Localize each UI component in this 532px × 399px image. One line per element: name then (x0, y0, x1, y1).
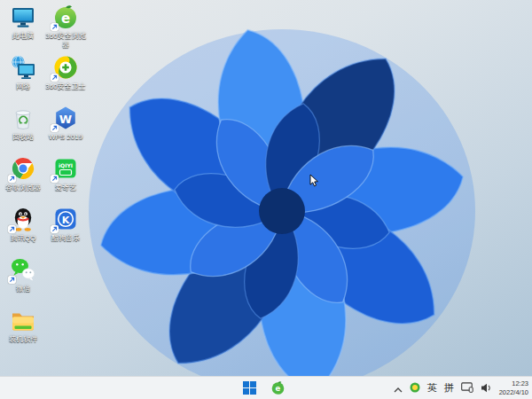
monitor-phone-icon (461, 382, 473, 393)
desktop-icon-label: WPS 2019 (49, 133, 82, 142)
desktop-icon-label: 360安全浏览器 (44, 32, 87, 49)
shortcut-arrow-icon (51, 175, 59, 183)
desktop: 此电脑 网络 (0, 0, 532, 399)
mouse-cursor (309, 174, 320, 188)
qq-penguin-icon (10, 206, 36, 232)
recycle-bin-icon (10, 105, 36, 131)
start-button[interactable] (240, 379, 258, 397)
network-icon (10, 54, 36, 81)
svg-text:e: e (275, 384, 280, 393)
desktop-icon-360-safety[interactable]: 360安全卫士 (44, 54, 87, 105)
360-safety-tray-icon (410, 382, 420, 393)
desktop-icon-360-browser[interactable]: e 360安全浏览器 (44, 4, 87, 54)
shortcut-arrow-icon (8, 276, 16, 284)
svg-text:K: K (62, 215, 70, 226)
desktop-icon-label: 微信 (16, 285, 30, 293)
desktop-icon-recycle-bin[interactable]: 回收站 (2, 105, 44, 155)
desktop-icon-label: 网络 (16, 82, 30, 91)
ime-pinyin-indicator[interactable]: 拼 (444, 383, 454, 393)
desktop-icon-network[interactable]: 网络 (2, 54, 44, 105)
desktop-icon-iqiyi[interactable]: iQIYI 爱奇艺 (44, 155, 87, 206)
tray-clock[interactable]: 12:23 2022/4/10 (499, 379, 528, 396)
windows-logo-icon (243, 381, 256, 395)
shortcut-arrow-icon (8, 175, 16, 183)
desktop-icon-grid: 此电脑 网络 (2, 4, 87, 357)
desktop-icon-wps[interactable]: W WPS 2019 (44, 105, 87, 155)
desktop-icon-software-folder[interactable]: 装机软件 (2, 307, 44, 357)
iqiyi-icon: iQIYI (52, 155, 79, 182)
desktop-icon-kugou[interactable]: K 酷狗音乐 (44, 206, 87, 256)
desktop-icon-qq[interactable]: 腾讯QQ (2, 206, 44, 256)
chrome-icon (10, 155, 36, 182)
tray-volume[interactable] (481, 380, 492, 396)
360-safety-icon (52, 54, 79, 81)
desktop-icon-wechat[interactable]: 微信 (2, 256, 44, 307)
svg-text:e: e (61, 11, 70, 27)
ime-english-indicator[interactable]: 英 (427, 383, 437, 393)
desktop-icon-label: 装机软件 (9, 335, 37, 344)
360-browser-icon: e (52, 4, 79, 30)
wechat-icon (10, 256, 36, 283)
shortcut-arrow-icon (8, 225, 16, 233)
shortcut-arrow-icon (51, 23, 59, 31)
desktop-icon-label: 谷歌浏览器 (5, 184, 41, 192)
taskbar-center: e (240, 377, 286, 399)
360-browser-icon: e (270, 380, 286, 395)
shortcut-arrow-icon (51, 124, 59, 132)
this-pc-icon (10, 4, 36, 30)
chevron-up-icon (394, 387, 403, 393)
taskbar: e 英 拼 (0, 376, 532, 399)
desktop-icon-label: 腾讯QQ (11, 234, 35, 243)
desktop-icon-this-pc[interactable]: 此电脑 (2, 4, 44, 54)
folder-icon (10, 307, 36, 333)
desktop-icon-chrome[interactable]: 谷歌浏览器 (2, 155, 44, 206)
clock-date: 2022/4/10 (499, 388, 528, 396)
desktop-icon-label: 爱奇艺 (55, 184, 76, 192)
wps-icon: W (52, 105, 79, 131)
clock-time: 12:23 (499, 379, 528, 387)
desktop-icon-label: 360安全卫士 (45, 82, 85, 91)
tray-display[interactable] (461, 380, 473, 396)
svg-text:iQIYI: iQIYI (59, 162, 73, 168)
system-tray: 英 拼 12:23 2022/4/10 (394, 377, 528, 399)
svg-text:W: W (59, 113, 72, 126)
speaker-icon (481, 383, 492, 393)
tray-360-safety[interactable] (410, 380, 420, 396)
shortcut-arrow-icon (51, 225, 59, 233)
kugou-icon: K (52, 206, 79, 232)
tray-chevron-up[interactable] (394, 380, 403, 396)
shortcut-arrow-icon (51, 74, 59, 82)
desktop-icon-label: 此电脑 (12, 32, 34, 41)
desktop-icon-label: 回收站 (12, 133, 34, 142)
taskbar-app-360-browser[interactable]: e (269, 379, 286, 397)
desktop-icon-label: 酷狗音乐 (51, 234, 80, 243)
